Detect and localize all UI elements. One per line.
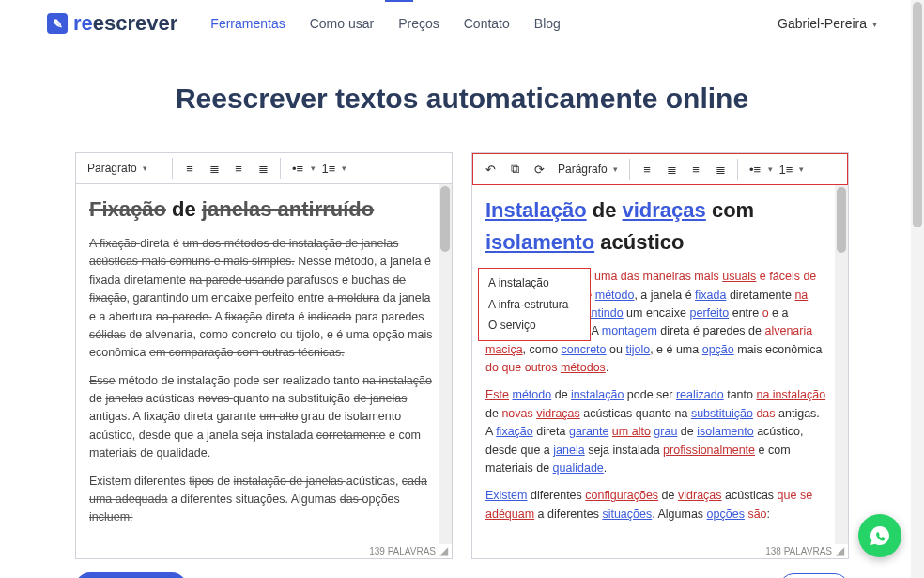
style-select-right[interactable]: Parágrafo▾ — [552, 160, 624, 179]
logo-text-suffix: escrever — [93, 11, 178, 35]
chevron-down-icon: ▾ — [143, 164, 147, 173]
actions-row: NOVO TEXTO Copiar — [0, 559, 924, 578]
align-justify-icon[interactable]: ≣ — [709, 158, 732, 180]
synonym-popup: A instalação A infra-estrutura O serviço — [478, 268, 591, 341]
align-center-icon[interactable]: ≣ — [203, 157, 225, 180]
logo-icon: ✎ — [47, 13, 68, 34]
align-left-icon[interactable]: ≡ — [178, 157, 201, 180]
align-center-icon[interactable]: ≣ — [660, 158, 683, 180]
new-text-button[interactable]: NOVO TEXTO — [75, 572, 187, 578]
style-select-left[interactable]: Parágrafo▾ — [82, 159, 166, 178]
page-scrollbar[interactable] — [911, 0, 924, 578]
nav-tools[interactable]: Ferramentas — [210, 16, 285, 31]
source-wordcount: 139 PALAVRAS — [365, 544, 439, 558]
resize-icon[interactable]: ◢ — [439, 544, 450, 557]
logo-text-prefix: re — [73, 11, 93, 35]
source-p3: Existem diferentes tipos de instalação d… — [89, 473, 433, 527]
align-left-icon[interactable]: ≡ — [636, 158, 658, 180]
chevron-down-icon: ▾ — [872, 19, 877, 29]
whatsapp-button[interactable] — [858, 514, 901, 557]
number-list-icon[interactable]: 1≡ — [317, 157, 340, 180]
bullet-list-icon[interactable]: •≡ — [744, 158, 766, 180]
source-p1: A fixação direta é um dos métodos de ins… — [89, 235, 433, 363]
align-right-icon[interactable]: ≡ — [227, 157, 250, 180]
editor-scrollbar[interactable] — [439, 184, 452, 544]
chevron-down-icon: ▾ — [613, 164, 618, 174]
logo[interactable]: ✎ reescrever — [47, 11, 177, 36]
result-wordcount: 138 PALAVRAS — [762, 544, 836, 558]
source-editor[interactable]: Fixação de janelas antirruído A fixação … — [76, 184, 452, 544]
result-toolbar: ↶ ⧉ ⟳ Parágrafo▾ ≡ ≣ ≡ ≣ •≡▾ 1≡▾ — [472, 153, 848, 185]
synonym-option[interactable]: A infra-estrutura — [479, 294, 590, 316]
bullet-list-icon[interactable]: •≡ — [286, 157, 309, 180]
synonym-option[interactable]: O serviço — [479, 315, 590, 336]
whatsapp-icon — [869, 524, 891, 547]
result-p3: Existem diferentes configurações de vidr… — [485, 487, 829, 523]
refresh-icon[interactable]: ⟳ — [528, 158, 550, 180]
number-list-icon[interactable]: 1≡ — [775, 158, 797, 180]
copy-button[interactable]: Copiar — [779, 573, 849, 578]
result-p2: Este método de instalação pode ser reali… — [485, 386, 829, 477]
nav-pricing[interactable]: Preços — [398, 16, 439, 31]
result-editor[interactable]: Instalação de vidraças com isolamento ac… — [472, 185, 848, 544]
source-heading: Fixação de janelas antirruído — [89, 194, 433, 226]
result-panel: ↶ ⧉ ⟳ Parágrafo▾ ≡ ≣ ≡ ≣ •≡▾ 1≡▾ Instala… — [471, 152, 849, 559]
nav-howto[interactable]: Como usar — [310, 16, 374, 31]
copy-icon[interactable]: ⧉ — [503, 158, 526, 180]
editor-scrollbar[interactable] — [835, 185, 848, 544]
source-toolbar: Parágrafo▾ ≡ ≣ ≡ ≣ •≡▾ 1≡▾ — [76, 153, 452, 184]
source-panel: Parágrafo▾ ≡ ≣ ≡ ≣ •≡▾ 1≡▾ Fixação de ja… — [75, 152, 453, 559]
align-justify-icon[interactable]: ≣ — [252, 157, 274, 180]
resize-icon[interactable]: ◢ — [836, 544, 846, 557]
result-heading: Instalação de vidraças com isolamento ac… — [485, 195, 829, 258]
user-menu[interactable]: Gabriel-Pereira ▾ — [778, 16, 877, 31]
align-right-icon[interactable]: ≡ — [685, 158, 707, 180]
nav-blog[interactable]: Blog — [534, 16, 561, 31]
main-nav: Ferramentas Como usar Preços Contato Blo… — [210, 16, 560, 31]
page-title: Reescrever textos automaticamente online — [0, 83, 924, 115]
source-p2: Esse método de instalação pode ser reali… — [89, 372, 433, 463]
synonym-option[interactable]: A instalação — [479, 273, 590, 294]
nav-contact[interactable]: Contato — [464, 16, 510, 31]
user-name: Gabriel-Pereira — [778, 16, 867, 31]
header: ✎ reescrever Ferramentas Como usar Preço… — [0, 0, 924, 50]
undo-icon[interactable]: ↶ — [479, 158, 501, 180]
